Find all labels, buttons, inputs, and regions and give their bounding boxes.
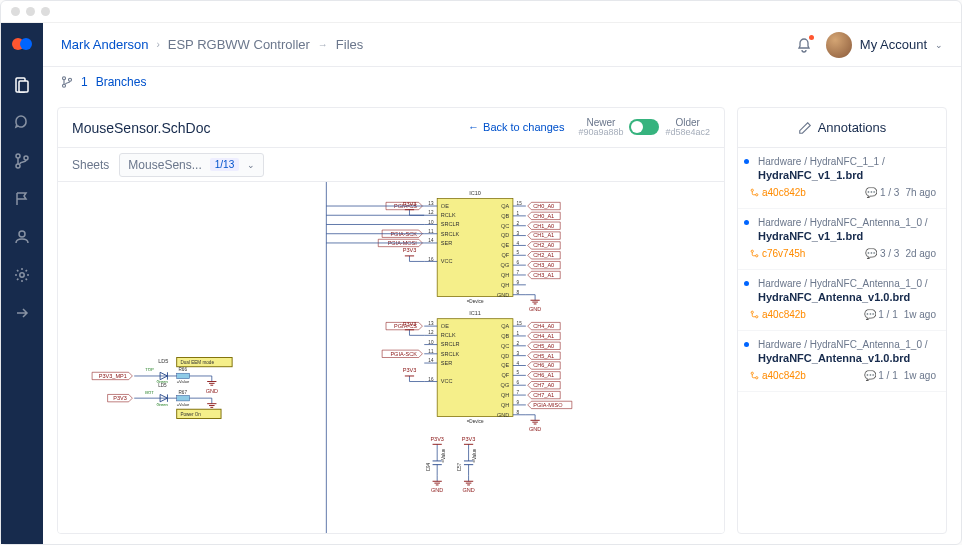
svg-text:RCLK: RCLK [441,212,456,218]
svg-text:P3V3: P3V3 [403,367,417,373]
svg-text:SRCLK: SRCLK [441,231,460,237]
chevron-down-icon: ⌄ [935,40,943,50]
svg-text:CH2_A0: CH2_A0 [533,242,554,248]
document-panel: MouseSensor.SchDoc ← Back to changes New… [57,107,725,534]
svg-rect-3 [19,81,28,92]
flag-icon[interactable] [14,191,30,207]
svg-text:=Value: =Value [177,402,190,407]
svg-text:RCLK: RCLK [441,332,456,338]
status-dot [744,159,749,164]
svg-point-7 [19,231,25,237]
svg-point-238 [751,311,753,313]
svg-text:OE: OE [441,323,449,329]
sheet-count: 1/13 [210,158,239,171]
svg-text:16: 16 [428,377,434,382]
annotation-item[interactable]: Hardware / HydraNFC_Antenna_1_0 /HydraNF… [738,209,946,270]
svg-text:CH1_A0: CH1_A0 [533,223,554,229]
svg-text:GND: GND [497,412,509,418]
window-dot [41,7,50,16]
svg-text:7: 7 [517,390,520,395]
svg-text:=Device: =Device [467,419,484,424]
annotation-item[interactable]: Hardware / HydraNFC_Antenna_1_0 /HydraNF… [738,270,946,331]
svg-text:=Value: =Value [177,379,190,384]
annotation-time: 2d ago [905,248,936,259]
svg-text:QC: QC [501,223,509,229]
window-dot [26,7,35,16]
svg-text:Dual EEM mode: Dual EEM mode [180,360,214,365]
svg-text:CH6_A0: CH6_A0 [533,362,554,368]
notifications-button[interactable] [796,37,812,53]
annotation-time: 1w ago [904,309,936,320]
branches-bar[interactable]: 1 Branches [43,67,961,97]
app-logo[interactable] [11,33,33,55]
annotation-count: 💬 1 / 1 [864,309,898,320]
breadcrumb-user[interactable]: Mark Anderson [61,37,148,52]
account-menu[interactable]: My Account ⌄ [826,32,943,58]
version-toggle: Newer#90a9a88b Older#d58e4ac2 [578,117,710,138]
annotation-hash[interactable]: a40c842b [750,370,806,381]
svg-text:CH5_A0: CH5_A0 [533,343,554,349]
svg-point-239 [756,316,758,318]
svg-text:IC11: IC11 [469,310,481,316]
svg-text:P3V3: P3V3 [462,436,476,442]
annotation-hash[interactable]: a40c842b [750,309,806,320]
window-dot [11,7,20,16]
annotation-file: HydraNFC_Antenna_v1.0.brd [748,352,936,364]
status-dot [744,281,749,286]
annotation-file: HydraNFC_Antenna_v1.0.brd [748,291,936,303]
svg-text:CH4_A1: CH4_A1 [533,333,554,339]
files-icon[interactable] [14,77,30,93]
annotation-hash[interactable]: c76v745h [750,248,805,259]
back-to-changes-link[interactable]: ← Back to changes [468,121,564,133]
annotation-time: 7h ago [905,187,936,198]
annotation-item[interactable]: Hardware / HydraNFC_Antenna_1_0 /HydraNF… [738,331,946,392]
svg-text:CH2_A1: CH2_A1 [533,252,554,258]
svg-text:GND: GND [206,388,218,394]
document-title: MouseSensor.SchDoc [72,120,211,136]
schematic-canvas[interactable]: IC10OE13RCLK12SRCLR10SRCLK11SER14VCC16QA… [58,182,724,533]
chat-icon[interactable] [14,115,30,131]
branch-icon[interactable] [14,153,30,169]
svg-text:CH7_A1: CH7_A1 [533,392,554,398]
annotation-file: HydraNFC_v1_1.brd [748,230,936,242]
sheet-selector[interactable]: MouseSens... 1/13 ⌄ [119,153,264,177]
annotation-path: Hardware / HydraNFC_Antenna_1_0 / [748,339,936,350]
annotation-hash[interactable]: a40c842b [750,187,806,198]
annotation-item[interactable]: Hardware / HydraNFC_1_1 /HydraNFC_v1_1.b… [738,148,946,209]
svg-text:11: 11 [428,349,434,354]
svg-point-237 [756,255,758,257]
svg-point-240 [751,372,753,374]
user-icon[interactable] [14,229,30,245]
svg-rect-195 [177,395,190,401]
svg-text:=Value: =Value [472,448,477,463]
diff-toggle[interactable] [629,119,659,135]
branches-count: 1 [81,75,88,89]
breadcrumb-project[interactable]: ESP RGBWW Controller [168,37,310,52]
svg-point-11 [69,78,72,81]
branch-icon [61,76,73,88]
annotation-count: 💬 3 / 3 [865,248,899,259]
svg-text:14: 14 [428,358,434,363]
svg-point-8 [20,273,24,277]
gear-icon[interactable] [14,267,30,283]
sheet-name: MouseSens... [128,158,201,172]
svg-text:VCC: VCC [441,258,453,264]
svg-text:=Value: =Value [441,448,446,463]
svg-point-234 [751,189,753,191]
svg-text:R67: R67 [179,390,188,395]
svg-text:CH0_A0: CH0_A0 [533,203,554,209]
svg-text:2: 2 [517,221,520,226]
svg-text:9: 9 [517,280,520,285]
svg-text:12: 12 [428,210,434,215]
svg-text:12: 12 [428,330,434,335]
svg-text:P3V3: P3V3 [403,247,417,253]
svg-point-1 [20,38,32,50]
edit-icon [798,121,812,135]
svg-text:3: 3 [517,231,520,236]
svg-text:6: 6 [517,380,520,385]
svg-text:QB: QB [501,213,509,219]
svg-point-6 [24,156,28,160]
svg-point-9 [63,77,66,80]
annotation-time: 1w ago [904,370,936,381]
arrow-right-icon[interactable] [14,305,30,321]
